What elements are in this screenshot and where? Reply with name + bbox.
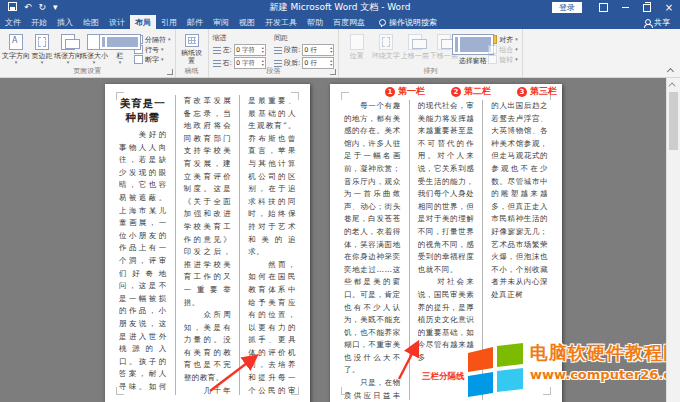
text-direction-button[interactable]: 文字方向▾ (4, 32, 28, 65)
lightbulb-icon (379, 19, 386, 26)
margins-button[interactable]: 页边距▾ (30, 32, 54, 65)
rotate-icon (488, 55, 497, 64)
tab-insert[interactable]: 插入 (52, 15, 78, 29)
share-label: 共享 (654, 17, 670, 28)
column-annotations: 1 第一栏 2 第二栏 3 第三栏 (385, 85, 557, 98)
watermark: 电脑软硬件教程网 www.computer26.com (466, 342, 680, 398)
columns-button[interactable]: 栏▾ (108, 32, 132, 65)
tab-layout[interactable]: 布局 (130, 15, 156, 29)
redo-icon[interactable]: ↻ (39, 3, 47, 12)
margin-mark-icon (341, 92, 349, 100)
spacing-before-icon (274, 47, 282, 54)
tab-home[interactable]: 开始 (26, 15, 52, 29)
document-area: 美育是一种刚需 美好的事物人人向往，若是缺少发现的眼睛，它也容易被遮蔽。上海市某… (0, 78, 680, 402)
position-button[interactable]: 位置 (343, 32, 370, 65)
margin-mark-icon (116, 92, 124, 100)
spacing-before-label: 段前: (284, 45, 300, 55)
columns-icon (99, 34, 141, 50)
ribbon: 文字方向▾ 页边距▾ 纸张方向▾ 纸张大小▾ 栏▾ 分隔符▾ (0, 29, 680, 78)
watermark-site-name: 电脑软硬件教程网 (530, 342, 680, 364)
rotate-button[interactable]: 旋转▾ (488, 55, 518, 64)
quick-access-toolbar: ↶ ↻ ▾ (8, 2, 58, 13)
send-backward-icon (437, 34, 451, 50)
page2-column-1[interactable]: 每一个有趣的地方，都有美感的存在。美术馆内，许多人驻足于一幅名画前，凝神欣赏；音… (344, 100, 401, 400)
group-label-manuscript: 稿纸 (176, 66, 208, 76)
collapse-ribbon-icon[interactable] (668, 67, 674, 73)
tab-developer[interactable]: 开发工具 (260, 15, 302, 29)
signin-button[interactable]: 登录 (552, 2, 582, 13)
bring-forward-icon (408, 34, 422, 50)
group-page-setup: 文字方向▾ 页边距▾ 纸张方向▾ 纸张大小▾ 栏▾ 分隔符▾ (0, 29, 176, 77)
group-arrange: 位置 环绕文字 上移一层 下移一层 选择窗格 对齐▾ (339, 29, 523, 77)
hyphenation-button[interactable]: 断字▾ (134, 55, 171, 64)
tab-baidu-netdisk[interactable]: 百度网盘 (328, 15, 370, 29)
group-button[interactable]: 组合▾ (488, 45, 518, 54)
selection-pane-button[interactable]: 选择窗格 (459, 32, 486, 65)
indent-left-label: 左: (223, 45, 232, 55)
ribbon-display-options-icon[interactable] (592, 0, 614, 15)
bring-forward-button[interactable]: 上移一层 (401, 32, 428, 65)
page1-column-2-text: 育改革发展备忘录，当地政府将会同教育部门支持学校美育发展，建立美育评价制度。这是… (184, 95, 232, 395)
tab-help[interactable]: 帮助 (302, 15, 328, 29)
tell-me-search[interactable]: 操作说明搜索 (379, 15, 437, 29)
restore-icon[interactable] (636, 0, 658, 15)
margin-mark-icon (291, 387, 299, 395)
page1-column-3[interactable]: 是最重要、最基础的人生观教育”。乔布斯也曾直言，苹果与其他计算机公司的区别，在于… (239, 95, 296, 395)
annotation-column-2: 2 第二栏 (451, 85, 491, 98)
tab-mailings[interactable]: 邮件 (182, 15, 208, 29)
save-icon[interactable] (8, 2, 17, 13)
scrollbar-up-icon[interactable] (667, 78, 680, 90)
group-manuscript: 稿纸设置 稿纸 (176, 29, 209, 77)
tab-view[interactable]: 视图 (234, 15, 260, 29)
page2-column-2-text: 的现代社会，审美能力将发挥越来越重要甚至是不可替代的作用。对个人来说，它关系到感… (418, 100, 475, 364)
close-icon[interactable]: × (658, 0, 680, 15)
document-page-1[interactable]: 美育是一种刚需 美好的事物人人向往，若是缺少发现的眼睛，它也容易被遮蔽。上海市某… (105, 84, 310, 402)
divider-annotation-label: 三栏分隔线 (422, 371, 465, 383)
minimize-icon[interactable] (614, 0, 636, 15)
wrap-text-icon (379, 34, 393, 50)
position-icon (350, 34, 364, 50)
group-label-arrange: 排列 (339, 66, 522, 76)
hyphenation-icon (134, 55, 143, 64)
tab-references[interactable]: 引用 (156, 15, 182, 29)
group-label-page-setup: 页面设置 (0, 66, 175, 76)
tab-file[interactable]: 文件 (0, 15, 26, 29)
orientation-button[interactable]: 纸张方向▾ (56, 32, 80, 65)
margin-mark-icon (291, 92, 299, 100)
spacing-before-stepper[interactable]: 0 行 ▴▾ (302, 44, 334, 56)
page2-column-2[interactable]: 的现代社会，审美能力将发挥越来越重要甚至是不可替代的作用。对个人来说，它关系到感… (409, 100, 475, 400)
page1-column-3-text: 是最重要、最基础的人生观教育”。乔布斯也曾直言，苹果与其他计算机公司的区别，在于… (248, 95, 296, 395)
word-window: ↶ ↻ ▾ 新建 Microsoft Word 文档 - Word 登录 × 文… (0, 0, 680, 402)
orientation-icon (61, 34, 75, 50)
tell-me-label: 操作说明搜索 (389, 17, 437, 28)
paragraph-dialog-launcher[interactable] (330, 69, 336, 75)
wrap-text-button[interactable]: 环绕文字 (372, 32, 399, 65)
text-direction-icon (9, 34, 23, 50)
ribbon-tabs: 文件 开始 插入 绘图 设计 布局 引用 邮件 审阅 视图 开发工具 帮助 百度… (0, 15, 680, 29)
tab-review[interactable]: 审阅 (208, 15, 234, 29)
page1-column-1-text: 美好的事物人人向往，若是缺少发现的眼睛，它也容易被遮蔽。上海市某儿童画展，一位小… (119, 129, 167, 395)
tab-draw[interactable]: 绘图 (78, 15, 104, 29)
group-label-paragraph: 段落 (209, 66, 339, 76)
indent-left-stepper[interactable]: 0 字符 ▴▾ (234, 44, 266, 56)
vertical-scrollbar[interactable] (666, 78, 680, 402)
undo-icon[interactable]: ↶ (24, 3, 32, 12)
spacing-header: 间距 (274, 34, 334, 42)
manuscript-settings-button[interactable]: 稿纸设置 (180, 32, 204, 65)
manuscript-grid-icon (185, 34, 199, 47)
tab-design[interactable]: 设计 (104, 15, 130, 29)
share-button[interactable]: 共享 (645, 15, 670, 29)
scrollbar-thumb[interactable] (669, 92, 678, 150)
margins-icon (35, 34, 49, 50)
watermark-url: www.computer26.com (530, 367, 680, 383)
qat-customize-icon[interactable]: ▾ (53, 3, 58, 12)
margin-mark-icon (341, 387, 349, 395)
windows-flag-icon (466, 342, 526, 398)
page-setup-dialog-launcher[interactable] (167, 69, 173, 75)
titlebar: ↶ ↻ ▾ 新建 Microsoft Word 文档 - Word 登录 × (0, 0, 680, 15)
page1-column-2[interactable]: 育改革发展备忘录，当地政府将会同教育部门支持学校美育发展，建立美育评价制度。这是… (175, 95, 232, 395)
margin-mark-icon (116, 387, 124, 395)
page1-column-1[interactable]: 美育是一种刚需 美好的事物人人向往，若是缺少发现的眼睛，它也容易被遮蔽。上海市某… (119, 95, 167, 395)
page2-column-3-text: 的人出国后趋之若鹜去卢浮宫、大英博物馆、各种美术馆参观，但走马观花式的参观也不在… (491, 100, 548, 302)
indent-left-icon (213, 47, 221, 54)
